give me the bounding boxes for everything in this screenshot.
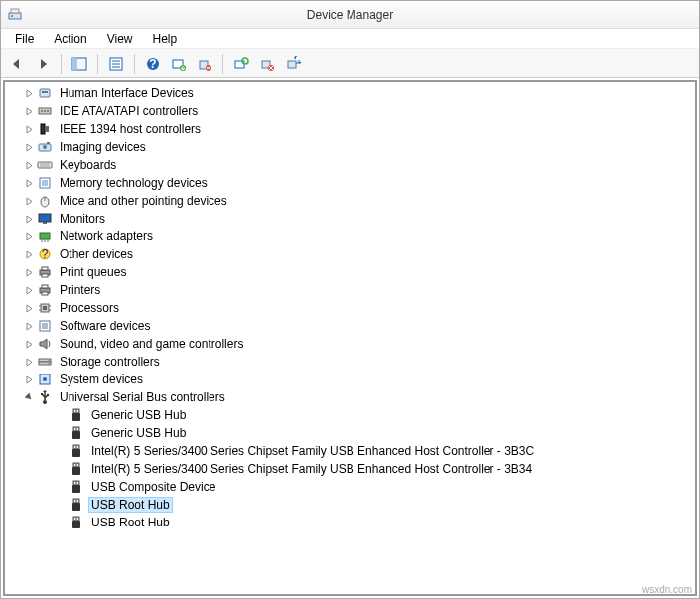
usb-device-icon xyxy=(69,407,84,423)
expand-icon[interactable] xyxy=(23,284,35,296)
svg-line-18 xyxy=(247,63,248,64)
tree-category[interactable]: Imaging devices xyxy=(5,138,695,156)
back-button[interactable] xyxy=(5,52,29,75)
usb-device-icon xyxy=(69,497,84,513)
svg-rect-97 xyxy=(77,482,78,484)
tree-category[interactable]: Keyboards xyxy=(5,156,695,174)
expand-icon[interactable] xyxy=(23,302,35,314)
tree-label: Software devices xyxy=(57,318,153,334)
usb-device-icon xyxy=(69,515,84,530)
expand-icon[interactable] xyxy=(23,87,35,99)
tree-label: Human Interface Devices xyxy=(57,85,197,101)
expand-icon[interactable] xyxy=(23,374,35,385)
device-category-icon: ? xyxy=(37,246,53,262)
device-tree[interactable]: Human Interface DevicesIDE ATA/ATAPI con… xyxy=(3,80,697,596)
tree-label: System devices xyxy=(57,372,146,387)
tree-category[interactable]: Printers xyxy=(5,281,695,299)
expand-icon[interactable] xyxy=(23,105,35,117)
tree-category[interactable]: System devices xyxy=(5,371,695,388)
svg-rect-83 xyxy=(72,431,80,439)
device-category-icon xyxy=(37,193,53,209)
tree-category[interactable]: Software devices xyxy=(5,317,695,335)
expand-icon[interactable] xyxy=(23,177,35,189)
expand-icon[interactable] xyxy=(23,320,35,332)
tree-label: Generic USB Hub xyxy=(88,407,189,423)
expand-icon[interactable] xyxy=(23,123,35,135)
tree-category[interactable]: IDE ATA/ATAPI controllers xyxy=(5,102,695,120)
help-button[interactable]: ? xyxy=(141,52,165,75)
menu-help[interactable]: Help xyxy=(143,30,188,48)
tree-category[interactable]: Print queues xyxy=(5,263,695,281)
svg-rect-88 xyxy=(74,446,75,448)
tree-device[interactable]: USB Root Hub xyxy=(5,496,695,514)
device-category-icon xyxy=(37,211,53,226)
tree-device[interactable]: USB Root Hub xyxy=(5,514,695,531)
expand-icon[interactable] xyxy=(23,338,35,350)
tree-category[interactable]: Network adapters xyxy=(5,227,695,245)
tree-label: Printers xyxy=(57,282,103,298)
tree-device[interactable]: Intel(R) 5 Series/3400 Series Chipset Fa… xyxy=(5,442,695,460)
scan-button[interactable] xyxy=(229,52,253,75)
update-driver-button[interactable] xyxy=(167,52,191,75)
expand-icon[interactable] xyxy=(23,266,35,278)
properties-button[interactable] xyxy=(104,52,128,75)
tree-device[interactable]: Generic USB Hub xyxy=(5,424,695,442)
menu-view[interactable]: View xyxy=(97,30,143,48)
svg-rect-43 xyxy=(43,222,47,224)
tree-label: Print queues xyxy=(57,264,129,280)
tree-device[interactable]: Generic USB Hub xyxy=(5,406,695,424)
svg-rect-4 xyxy=(72,58,77,70)
tree-label: Imaging devices xyxy=(57,139,149,155)
show-hide-tree-button[interactable] xyxy=(68,52,91,75)
forward-button[interactable] xyxy=(31,52,55,75)
svg-rect-91 xyxy=(72,467,80,475)
expand-icon[interactable] xyxy=(23,159,35,171)
tree-category[interactable]: Monitors xyxy=(5,210,695,227)
tree-category[interactable]: ?Other devices xyxy=(5,245,695,263)
svg-rect-87 xyxy=(72,449,80,457)
svg-point-69 xyxy=(48,363,49,364)
tree-device[interactable]: Intel(R) 5 Series/3400 Series Chipset Fa… xyxy=(5,460,695,478)
uninstall-button[interactable] xyxy=(193,52,216,75)
svg-point-71 xyxy=(43,377,47,381)
tree-category[interactable]: Memory technology devices xyxy=(5,174,695,192)
tree-label: IEEE 1394 host controllers xyxy=(57,121,204,137)
expand-icon[interactable] xyxy=(23,141,35,153)
spacer xyxy=(55,499,67,511)
svg-rect-44 xyxy=(40,233,50,239)
menu-action[interactable]: Action xyxy=(44,30,96,48)
tree-category[interactable]: IEEE 1394 host controllers xyxy=(5,120,695,138)
expand-icon[interactable] xyxy=(23,248,35,260)
expand-icon[interactable] xyxy=(23,213,35,225)
svg-rect-52 xyxy=(42,274,48,277)
usb-device-icon xyxy=(69,443,84,459)
device-category-icon xyxy=(37,372,53,387)
svg-point-27 xyxy=(41,110,43,112)
add-legacy-button[interactable] xyxy=(281,52,305,75)
device-category-icon xyxy=(37,121,53,137)
tree-label: Intel(R) 5 Series/3400 Series Chipset Fa… xyxy=(88,461,535,477)
expand-icon[interactable] xyxy=(23,356,35,368)
tree-category[interactable]: Mice and other pointing devices xyxy=(5,192,695,210)
tree-device[interactable]: USB Composite Device xyxy=(5,478,695,496)
tree-category[interactable]: Storage controllers xyxy=(5,353,695,371)
svg-point-33 xyxy=(43,145,47,149)
collapse-icon[interactable] xyxy=(23,391,35,403)
tree-category-usb[interactable]: Universal Serial Bus controllers xyxy=(5,388,695,406)
svg-point-75 xyxy=(47,394,49,396)
svg-point-68 xyxy=(48,360,49,361)
svg-rect-39 xyxy=(42,180,48,186)
menu-file[interactable]: File xyxy=(5,30,44,48)
tree-category[interactable]: Human Interface Devices xyxy=(5,84,695,102)
svg-rect-77 xyxy=(41,393,43,395)
toolbar: ? xyxy=(1,49,699,78)
svg-rect-80 xyxy=(74,410,75,412)
tree-label: Memory technology devices xyxy=(57,175,210,191)
expand-icon[interactable] xyxy=(23,230,35,242)
tree-label: Storage controllers xyxy=(57,354,163,370)
tree-category[interactable]: Sound, video and game controllers xyxy=(5,335,695,353)
expand-icon[interactable] xyxy=(23,195,35,207)
disable-button[interactable] xyxy=(255,52,279,75)
separator xyxy=(222,54,223,74)
tree-category[interactable]: Processors xyxy=(5,299,695,317)
